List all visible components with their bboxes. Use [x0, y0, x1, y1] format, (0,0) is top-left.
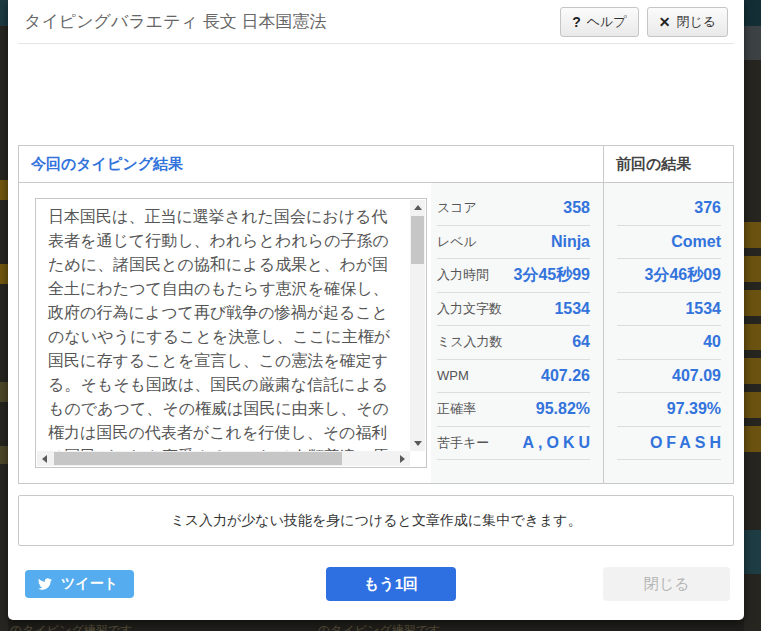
typing-text-box[interactable]: 日本国民は、正当に選挙された国会における代表者を通じて行動し、われらとわれらの子…	[35, 198, 427, 468]
results-table-body: 日本国民は、正当に選挙された国会における代表者を通じて行動し、われらとわれらの子…	[19, 183, 733, 483]
vertical-scrollbar[interactable]	[410, 200, 425, 451]
tweet-button-label: ツイート	[61, 575, 118, 593]
prev-row-chars: 1534	[617, 293, 721, 327]
result-dialog: タイピングバラエティ 長文 日本国憲法 ? ヘルプ ✕ 閉じる 今回のタイピング…	[8, 0, 744, 620]
stat-value: 95.82%	[536, 400, 590, 418]
background-page-bottom-strip: のタイピング練習です。 のタイピング練習です。	[8, 620, 744, 631]
help-button-label: ヘルプ	[587, 13, 627, 31]
stat-label: 入力時間	[437, 266, 489, 284]
dialog-title: タイピングバラエティ 長文 日本国憲法	[24, 10, 326, 33]
prev-value: 376	[694, 199, 721, 217]
prev-value: 40	[703, 333, 721, 351]
stat-value: 407.26	[541, 367, 590, 385]
typing-text: 日本国民は、正当に選挙された国会における代表者を通じて行動し、われらとわれらの子…	[36, 199, 408, 453]
prev-value: 3分46秒09	[645, 265, 722, 286]
arrow-left-icon	[42, 455, 47, 463]
previous-stats-column: 376 Comet 3分46秒09 1534 40 407.09 97.39% …	[603, 183, 733, 483]
stat-row-misses: ミス入力数 64	[437, 326, 590, 360]
stat-value: 3分45秒99	[514, 265, 591, 286]
stat-label: WPM	[437, 368, 469, 383]
stat-row-chars: 入力文字数 1534	[437, 293, 590, 327]
arrow-up-icon	[414, 205, 422, 210]
current-result-header: 今回のタイピング結果	[19, 146, 603, 182]
arrow-right-icon	[400, 455, 405, 463]
stat-label: スコア	[437, 199, 477, 217]
dialog-close-label: 閉じる	[676, 13, 716, 31]
horizontal-scrollbar[interactable]	[37, 451, 410, 466]
prev-value: OFASH	[650, 434, 725, 452]
prev-value: Comet	[671, 233, 721, 251]
stat-value: 1534	[554, 300, 590, 318]
scroll-left-button[interactable]	[37, 451, 52, 466]
stat-value: 64	[572, 333, 590, 351]
current-stats-column: スコア 358 レベル Ninja 入力時間 3分45秒99 入力文字数 153…	[431, 183, 603, 483]
scroll-up-button[interactable]	[410, 200, 425, 215]
previous-result-header: 前回の結果	[603, 146, 733, 182]
advice-box: ミス入力が少ない技能を身につけると文章作成に集中できます。	[18, 495, 734, 546]
stat-row-weak-keys: 苦手キー A,OKU	[437, 427, 590, 461]
close-icon: ✕	[659, 14, 671, 30]
stat-row-wpm: WPM 407.26	[437, 360, 590, 394]
background-text-fragment: のタイピング練習です。	[10, 622, 144, 631]
stat-value: A,OKU	[522, 434, 594, 452]
stat-row-time: 入力時間 3分45秒99	[437, 259, 590, 293]
prev-row-score: 376	[617, 192, 721, 226]
stat-label: 正確率	[437, 400, 476, 418]
dialog-header-buttons: ? ヘルプ ✕ 閉じる	[560, 7, 728, 37]
stat-row-level: レベル Ninja	[437, 226, 590, 260]
stat-row-score: スコア 358	[437, 192, 590, 226]
dialog-close-button[interactable]: ✕ 閉じる	[647, 7, 728, 37]
stat-label: レベル	[437, 233, 477, 251]
prev-value: 97.39%	[667, 400, 721, 418]
stat-label: ミス入力数	[437, 333, 503, 351]
stat-label: 入力文字数	[437, 300, 502, 318]
horizontal-scrollbar-thumb[interactable]	[54, 452, 342, 465]
screen: のタイピング練習です。 のタイピング練習です。 タイピングバラエティ 長文 日本…	[0, 0, 761, 631]
scroll-right-button[interactable]	[395, 451, 410, 466]
retry-button[interactable]: もう1回	[326, 567, 456, 601]
stat-row-accuracy: 正確率 95.82%	[437, 393, 590, 427]
twitter-icon	[37, 577, 53, 591]
prev-row-weak-keys: OFASH	[617, 427, 721, 461]
typing-text-cell: 日本国民は、正当に選挙された国会における代表者を通じて行動し、われらとわれらの子…	[19, 183, 431, 483]
advice-text: ミス入力が少ない技能を身につけると文章作成に集中できます。	[170, 512, 581, 530]
background-page-left-edge	[0, 0, 8, 631]
results-table-header: 今回のタイピング結果 前回の結果	[19, 146, 733, 183]
stat-value: 358	[563, 199, 590, 217]
help-button[interactable]: ? ヘルプ	[560, 7, 638, 37]
results-table: 今回のタイピング結果 前回の結果 日本国民は、正当に選挙された国会における代表者…	[18, 145, 734, 484]
tweet-button[interactable]: ツイート	[25, 570, 134, 598]
scroll-down-button[interactable]	[410, 436, 425, 451]
prev-value: 1534	[685, 300, 721, 318]
prev-row-misses: 40	[617, 326, 721, 360]
prev-row-accuracy: 97.39%	[617, 393, 721, 427]
stat-value: Ninja	[551, 233, 590, 251]
close-button[interactable]: 閉じる	[603, 567, 730, 601]
stat-label: 苦手キー	[437, 434, 489, 452]
vertical-scrollbar-thumb[interactable]	[411, 216, 424, 264]
dialog-header: タイピングバラエティ 長文 日本国憲法 ? ヘルプ ✕ 閉じる	[18, 0, 734, 44]
prev-row-time: 3分46秒09	[617, 259, 721, 293]
background-page-right-edge	[744, 0, 761, 631]
prev-row-level: Comet	[617, 226, 721, 260]
arrow-down-icon	[414, 441, 422, 446]
dialog-footer: ツイート もう1回 閉じる	[18, 567, 734, 601]
question-icon: ?	[572, 14, 581, 30]
background-text-fragment: のタイピング練習です。	[318, 622, 452, 631]
prev-value: 407.09	[672, 367, 721, 385]
prev-row-wpm: 407.09	[617, 360, 721, 394]
